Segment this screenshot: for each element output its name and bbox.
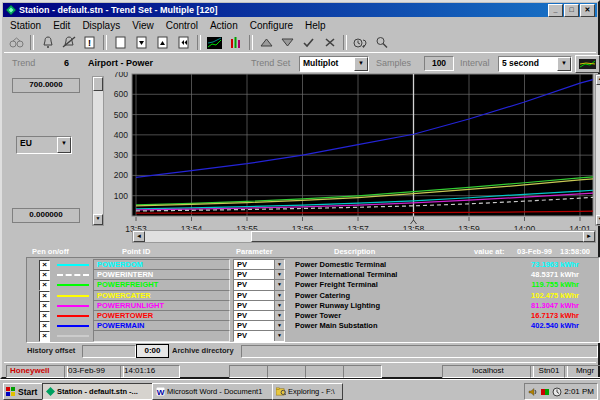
point-value: 119.755 kWhr [475, 280, 579, 289]
station-icon[interactable] [6, 34, 27, 51]
scale-min-field[interactable]: 0.000000 [12, 208, 80, 223]
menu-help[interactable]: Help [299, 19, 332, 32]
menu-action[interactable]: Action [204, 19, 244, 32]
group-display-icon[interactable] [225, 34, 246, 51]
point-description: Power International Terminal [295, 270, 397, 279]
alarm-page-icon[interactable]: ! [79, 34, 100, 51]
station-tray-icon[interactable] [540, 387, 550, 397]
interval-dropdown[interactable]: 5 second ▼ [498, 56, 572, 72]
page-icon[interactable] [110, 34, 131, 51]
menu-control[interactable]: Control [160, 19, 204, 32]
chart-area: 700.0000 EU ▼ 0.000000 ▼ 13:5313:5413:55… [4, 72, 596, 247]
samples-label: Samples [376, 58, 411, 68]
chart-hscroll-left[interactable]: ◄ [133, 231, 145, 242]
title-bar[interactable]: Station - default.stn - Trend Set - Mult… [3, 3, 597, 17]
accept-icon[interactable] [298, 34, 319, 51]
window-title: Station - default.stn - Trend Set - Mult… [19, 5, 547, 15]
task-button-explorer[interactable]: Exploring - F:\ [272, 383, 343, 400]
point-id-field[interactable] [93, 330, 230, 342]
header-value-date: 03-Feb-99 [517, 247, 552, 256]
parameter-dropdown[interactable]: PV▼ [233, 330, 285, 342]
taskbar-clock[interactable]: 2:01 PM [564, 387, 594, 396]
unit-value: EU [17, 137, 57, 153]
header-parameter: Parameter [236, 247, 273, 256]
interval-label: Interval [460, 58, 490, 68]
brand-label: Honeywell [6, 365, 68, 378]
alarm-disable-icon[interactable] [58, 34, 79, 51]
start-label: Start [18, 387, 37, 397]
history-offset-field[interactable] [82, 345, 136, 358]
minimize-button[interactable]: _ [548, 4, 563, 17]
chevron-down-icon[interactable]: ▼ [57, 137, 71, 153]
status-cell-empty [267, 365, 306, 378]
menu-configure[interactable]: Configure [244, 19, 299, 32]
page-up-icon[interactable] [152, 34, 173, 51]
find-icon[interactable] [371, 34, 392, 51]
trend-chart[interactable]: 13:5313:5413:5513:5613:5713:5813:5914:00… [104, 72, 596, 238]
point-description: Power Freight Terminal [295, 280, 378, 289]
cancel-icon[interactable] [319, 34, 340, 51]
pen-line-sample [57, 264, 89, 266]
archive-directory-field[interactable] [241, 345, 598, 358]
scale-scrollbar-down[interactable]: ▼ [93, 214, 103, 225]
menu-displays[interactable]: Displays [76, 19, 126, 32]
task-button-label: Station - default.stn -... [57, 387, 138, 396]
chart-hscroll-right[interactable]: ► [583, 231, 595, 242]
lower-icon[interactable] [277, 34, 298, 51]
trend-bar: Trend 6 Airport - Power Trend Set Multip… [4, 52, 596, 73]
chart-hscrollbar[interactable]: ◄ ► [132, 230, 596, 243]
chart-vscroll-down[interactable]: ▼ [596, 215, 600, 225]
page-down-icon[interactable] [131, 34, 152, 51]
pen-line-sample [57, 295, 89, 297]
menu-view[interactable]: View [126, 19, 160, 32]
task-button-label: Microsoft Word - Document1 [167, 387, 262, 396]
pen-line-sample [57, 315, 89, 317]
task-button-station[interactable]: Station - default.stn -... [42, 383, 155, 400]
volume-icon[interactable] [528, 387, 538, 397]
scheduler-tray-icon[interactable] [552, 387, 562, 397]
page-first-icon[interactable] [173, 34, 194, 51]
pen-line-sample [57, 284, 89, 286]
trend-set-label: Trend Set [251, 58, 290, 68]
menu-station[interactable]: Station [4, 19, 47, 32]
point-value: 81.3047 kWhr [475, 301, 579, 310]
toolbar-separator [249, 35, 253, 50]
task-button-label: Exploring - F:\ [288, 387, 335, 396]
task-button-word[interactable]: WMicrosoft Word - Document1 [152, 383, 273, 400]
close-button[interactable]: ✕ [580, 4, 595, 17]
chevron-down-icon[interactable]: ▼ [557, 57, 571, 71]
point-value: 73.1963 kWhr [475, 260, 579, 269]
point-value: 102.475 kWhr [475, 291, 579, 300]
svg-text:!: ! [88, 38, 91, 48]
chevron-down-icon[interactable]: ▼ [354, 57, 368, 71]
unit-dropdown[interactable]: EU ▼ [16, 136, 72, 154]
chart-vscrollbar[interactable]: ▲ ▼ [595, 74, 600, 226]
trend-display-icon[interactable] [204, 34, 225, 51]
history-offset-label: History offset [27, 346, 75, 355]
chart-vscroll-up[interactable]: ▲ [596, 75, 600, 85]
scale-scrollbar-thumb[interactable] [93, 77, 103, 91]
trend-view-button[interactable] [575, 55, 600, 73]
toolbar: ! [4, 33, 596, 52]
toolbar-separator [197, 35, 201, 50]
history-offset-time[interactable]: 0:00 [136, 344, 169, 358]
scale-scrollbar[interactable]: ▼ [92, 76, 104, 226]
toolbar-separator [103, 35, 107, 50]
alarm-bell-icon[interactable] [37, 34, 58, 51]
point-description: Power Main Substation [295, 321, 378, 330]
point-value: 16.7173 kWhr [475, 311, 579, 320]
point-description: Power Runway Lighting [295, 301, 380, 310]
start-button[interactable]: Start [3, 383, 43, 400]
chart-hscroll-thumb[interactable] [251, 231, 584, 242]
maximize-button[interactable]: □ [564, 4, 579, 17]
menu-bar: StationEditDisplaysViewControlActionConf… [4, 19, 596, 32]
trend-set-dropdown[interactable]: Multiplot ▼ [299, 56, 369, 72]
pen-checkbox[interactable]: × [39, 331, 50, 342]
chevron-down-icon[interactable]: ▼ [274, 331, 284, 341]
raise-icon[interactable] [256, 34, 277, 51]
menu-edit[interactable]: Edit [47, 19, 76, 32]
samples-field[interactable]: 100 [424, 56, 454, 71]
schedule-icon[interactable] [350, 34, 371, 51]
app-icon [6, 5, 16, 15]
scale-max-field[interactable]: 700.0000 [12, 78, 80, 93]
